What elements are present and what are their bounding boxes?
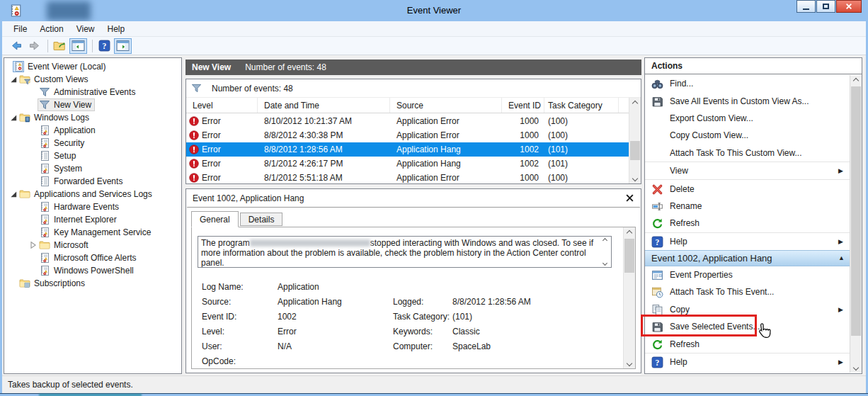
action-item-save-selected-events[interactable]: Save Selected Events... bbox=[645, 318, 850, 335]
menu-view[interactable]: View bbox=[70, 21, 101, 37]
action-item-refresh[interactable]: Refresh bbox=[645, 335, 850, 352]
action-item-refresh[interactable]: Refresh bbox=[645, 215, 850, 232]
event-row[interactable]: Error8/8/2012 1:28:56 AMApplication Hang… bbox=[186, 142, 629, 157]
menu-file[interactable]: File bbox=[7, 21, 33, 37]
expander-spacer bbox=[9, 280, 18, 287]
tree-item-administrative-events[interactable]: Administrative Events bbox=[4, 86, 181, 98]
tree-item-applications-and-services-logs[interactable]: Applications and Services Logs bbox=[4, 188, 181, 200]
menu-action[interactable]: Action bbox=[33, 21, 69, 37]
tree-item-subscriptions[interactable]: Subscriptions bbox=[4, 277, 181, 290]
action-item-help[interactable]: ?Help▶ bbox=[645, 353, 850, 370]
field-value: N/A bbox=[278, 341, 292, 351]
tree-item-windows-powershell[interactable]: Windows PowerShell bbox=[4, 264, 181, 277]
scroll-up-icon[interactable] bbox=[850, 75, 862, 86]
scroll-down-icon[interactable] bbox=[629, 173, 641, 183]
events-scrollbar[interactable] bbox=[629, 98, 641, 183]
scrollbar-thumb[interactable] bbox=[851, 86, 861, 336]
submenu-arrow-icon: ▶ bbox=[838, 306, 850, 313]
action-item-attach-task-to-this-event[interactable]: Attach Task To This Event... bbox=[645, 283, 850, 300]
column-header-level[interactable]: Level bbox=[186, 98, 258, 113]
action-item-help[interactable]: ?Help▶ bbox=[645, 233, 850, 250]
tree-node-box: Microsoft bbox=[38, 239, 92, 251]
events-list-panel: Number of events: 48 LevelDate and TimeS… bbox=[185, 79, 641, 184]
expander-expanded-icon[interactable] bbox=[9, 191, 18, 198]
delete-icon bbox=[651, 183, 663, 195]
minimize-button[interactable] bbox=[796, 0, 816, 13]
scroll-up-icon[interactable] bbox=[624, 227, 635, 238]
tree-item-hardware-events[interactable]: Hardware Events bbox=[4, 200, 181, 213]
back-arrow-button[interactable] bbox=[8, 38, 25, 54]
action-item-find[interactable]: Find... bbox=[645, 75, 850, 92]
help-button[interactable]: ? bbox=[96, 38, 113, 54]
column-header-event-id[interactable]: Event ID bbox=[502, 98, 544, 113]
column-header-task-category[interactable]: Task Category bbox=[544, 98, 619, 113]
action-item-delete[interactable]: Delete bbox=[645, 180, 850, 197]
column-header-source[interactable]: Source bbox=[390, 98, 502, 113]
tree-item-windows-logs[interactable]: Windows Logs bbox=[4, 111, 181, 124]
message-scrollbar[interactable] bbox=[600, 237, 611, 267]
event-row[interactable]: Error8/1/2012 5:51:18 AMApplication Erro… bbox=[186, 171, 629, 183]
tree-item-microsoft-office-alerts[interactable]: Microsoft Office Alerts bbox=[4, 251, 181, 264]
tree-item-microsoft[interactable]: Microsoft bbox=[4, 239, 181, 251]
action-item-attach-task-to-this-custom-view[interactable]: Attach Task To This Custom View... bbox=[645, 145, 850, 162]
tree-item-custom-views[interactable]: Custom Views bbox=[4, 73, 181, 86]
action-item-event-properties[interactable]: Event Properties bbox=[645, 266, 850, 283]
tree-item-security[interactable]: Security bbox=[4, 137, 181, 149]
scroll-down-icon[interactable] bbox=[624, 358, 635, 368]
scrollbar-thumb[interactable] bbox=[630, 141, 640, 160]
action-item-copy-custom-view[interactable]: Copy Custom View... bbox=[645, 127, 850, 144]
column-header-date-and-time[interactable]: Date and Time bbox=[258, 98, 390, 113]
expander-expanded-icon[interactable] bbox=[9, 114, 18, 121]
action-item-rename[interactable]: Rename bbox=[645, 198, 850, 215]
tree-item-setup[interactable]: Setup bbox=[4, 149, 181, 162]
open-folder-button[interactable] bbox=[52, 38, 68, 54]
forward-arrow-button[interactable] bbox=[26, 38, 42, 54]
actions-group-header[interactable]: Event 1002, Application Hang▲ bbox=[645, 250, 850, 266]
filter-icon bbox=[39, 86, 50, 98]
event-row[interactable]: Error8/1/2012 4:26:17 PMApplication Hang… bbox=[186, 157, 629, 171]
scroll-down-icon[interactable] bbox=[850, 362, 862, 373]
preview-scrollbar[interactable] bbox=[623, 227, 635, 368]
action-item-export-custom-view[interactable]: Export Custom View... bbox=[645, 110, 850, 127]
folder-icon bbox=[39, 239, 50, 251]
tab-details[interactable]: Details bbox=[240, 213, 283, 226]
tab-general[interactable]: General bbox=[191, 211, 239, 227]
event-row[interactable]: Error8/8/2012 4:30:38 PMApplication Erro… bbox=[186, 128, 629, 142]
event-datetime-cell: 8/10/2012 10:21:37 AM bbox=[258, 114, 390, 128]
log-icon bbox=[39, 201, 50, 213]
tree-item-application[interactable]: Application bbox=[4, 124, 181, 137]
action-item-label: Attach Task To This Custom View... bbox=[670, 148, 838, 158]
event-rows: Error8/10/2012 10:21:37 AMApplication Er… bbox=[186, 114, 629, 183]
action-item-view[interactable]: View▶ bbox=[645, 162, 850, 179]
tree-item-new-view[interactable]: New View bbox=[4, 98, 181, 111]
actions-group-header-label: Event 1002, Application Hang bbox=[651, 253, 838, 264]
message-prefix: The program bbox=[201, 238, 250, 248]
actions-scrollbar[interactable] bbox=[850, 75, 862, 373]
action-item-label: Rename bbox=[670, 201, 838, 211]
close-preview-icon[interactable] bbox=[625, 193, 634, 203]
collapse-icon[interactable]: ▲ bbox=[838, 254, 850, 261]
scrollbar-thumb[interactable] bbox=[624, 239, 634, 273]
expander-collapsed-icon[interactable] bbox=[29, 242, 38, 249]
field-row-log-name: Log Name:Application bbox=[202, 282, 342, 297]
refresh-icon bbox=[651, 339, 663, 350]
scroll-up-icon[interactable] bbox=[629, 98, 641, 108]
show-action-pane-button[interactable] bbox=[114, 38, 132, 54]
tree-item-key-management-service[interactable]: Key Management Service bbox=[4, 226, 181, 239]
action-item-copy[interactable]: Copy▶ bbox=[645, 301, 850, 318]
action-item-label: Copy Custom View... bbox=[670, 130, 838, 140]
restore-button[interactable] bbox=[816, 0, 835, 13]
event-row[interactable]: Error8/10/2012 10:21:37 AMApplication Er… bbox=[186, 114, 629, 128]
menu-help[interactable]: Help bbox=[101, 21, 132, 37]
tree-item-forwarded-events[interactable]: Forwarded Events bbox=[4, 175, 181, 188]
log-icon bbox=[39, 252, 50, 264]
expander-expanded-icon[interactable] bbox=[9, 76, 18, 83]
action-item-save-all-events-in-custom-view-as[interactable]: Save All Events in Custom View As... bbox=[645, 92, 850, 109]
icon-spacer bbox=[651, 147, 663, 159]
tree-item-event-viewer-local[interactable]: Event Viewer (Local) bbox=[4, 60, 181, 73]
show-console-tree-button[interactable] bbox=[69, 38, 87, 54]
title-bar: Event Viewer bbox=[0, 0, 868, 21]
tree-item-system[interactable]: System bbox=[4, 162, 181, 175]
close-button[interactable] bbox=[836, 0, 862, 13]
tree-item-internet-explorer[interactable]: Internet Explorer bbox=[4, 213, 181, 226]
